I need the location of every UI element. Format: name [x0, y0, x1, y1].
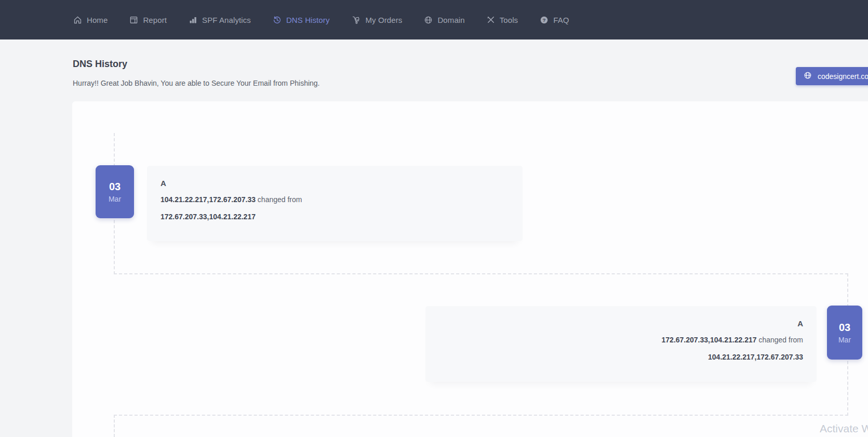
date-day: 03: [109, 181, 121, 192]
nav-item-label: DNS History: [286, 16, 330, 24]
nav-item-label: Tools: [500, 16, 518, 24]
record-old-value: 104.21.22.217,172.67.207.33: [708, 353, 803, 361]
dns-change-card[interactable]: A 172.67.207.33,104.21.22.217 changed fr…: [425, 306, 817, 382]
nav-item-spf-analytics[interactable]: SPF Analytics: [189, 16, 251, 24]
dns-history-screen: Home Report SPF Analytics: [0, 0, 868, 437]
record-change-line: 104.21.22.217,172.67.207.33 changed from: [161, 194, 509, 205]
timeline-rail-left-bottom: [114, 415, 115, 437]
nav-item-my-orders[interactable]: My Orders: [352, 16, 403, 24]
nav-item-label: Home: [87, 16, 108, 24]
top-navbar: Home Report SPF Analytics: [0, 0, 868, 39]
nav-item-label: Report: [143, 16, 167, 24]
record-type: A: [161, 179, 509, 188]
history-icon: [273, 16, 282, 24]
date-month: Mar: [109, 195, 121, 203]
domain-selector-button[interactable]: codesigncert.co: [796, 67, 868, 85]
date-day: 03: [839, 322, 850, 333]
orders-icon: [352, 16, 361, 24]
record-type: A: [439, 319, 803, 328]
nav-item-tools[interactable]: Tools: [487, 16, 518, 24]
globe-icon: [424, 16, 433, 24]
analytics-icon: [189, 16, 197, 24]
record-connector: changed from: [758, 336, 803, 344]
record-old-line: 172.67.207.33,104.21.22.217: [161, 211, 509, 222]
home-icon: [73, 16, 82, 24]
nav-item-faq[interactable]: ? FAQ: [540, 16, 569, 24]
timeline-rail-connector-bottom: [114, 415, 848, 416]
tools-icon: [487, 16, 495, 24]
record-new-value: 172.67.207.33,104.21.22.217: [662, 336, 757, 344]
timeline-date-badge: 03 Mar: [96, 165, 134, 218]
svg-text:?: ?: [543, 17, 546, 23]
record-old-value: 172.67.207.33,104.21.22.217: [161, 213, 256, 221]
nav-item-report[interactable]: Report: [129, 16, 167, 24]
dns-change-card[interactable]: A 104.21.22.217,172.67.207.33 changed fr…: [147, 166, 523, 241]
globe-icon: [804, 71, 812, 81]
nav-item-label: FAQ: [553, 16, 569, 24]
nav-item-label: My Orders: [366, 16, 403, 24]
nav-item-label: SPF Analytics: [202, 16, 251, 24]
report-icon: [129, 16, 138, 24]
timeline-rail-connector-top: [114, 273, 848, 274]
record-new-value: 104.21.22.217,172.67.207.33: [161, 195, 256, 204]
nav-item-dns-history[interactable]: DNS History: [273, 16, 330, 24]
record-old-line: 104.21.22.217,172.67.207.33: [439, 352, 803, 362]
date-month: Mar: [838, 336, 851, 343]
faq-icon: ?: [540, 16, 549, 24]
domain-button-label: codesigncert.co: [818, 72, 868, 81]
timeline-date-badge: 03 Mar: [827, 306, 862, 360]
dns-history-panel: [72, 101, 868, 437]
nav-item-home[interactable]: Home: [73, 16, 108, 24]
page-title: DNS History: [73, 59, 127, 70]
page-subtitle: Hurray!! Great Job Bhavin, You are able …: [73, 79, 320, 87]
activate-windows-watermark: Activate Wi: [820, 422, 868, 435]
nav-item-domain[interactable]: Domain: [424, 16, 464, 24]
record-connector: changed from: [258, 195, 302, 204]
record-change-line: 172.67.207.33,104.21.22.217 changed from: [439, 335, 803, 345]
nav-item-label: Domain: [437, 16, 464, 24]
